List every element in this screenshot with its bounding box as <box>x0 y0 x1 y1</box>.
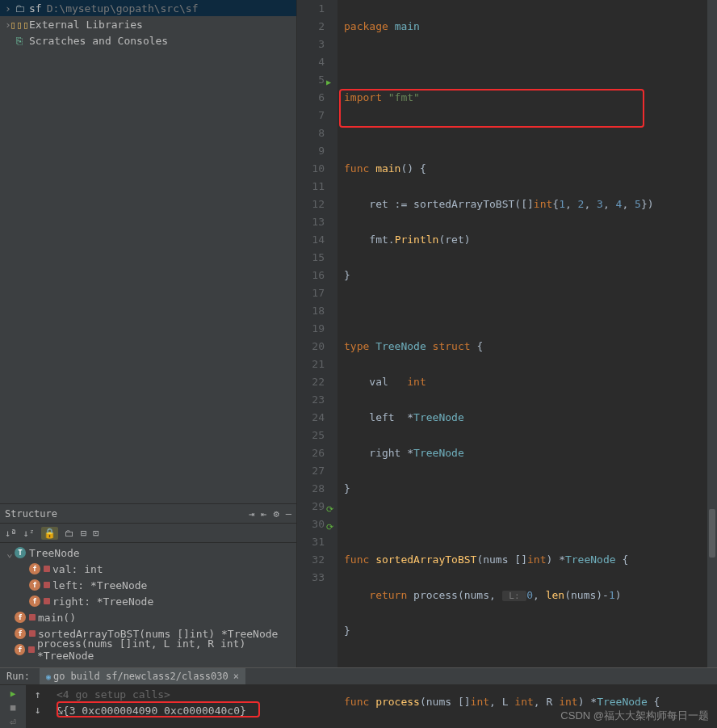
output-line: <4 go setup calls> <box>57 687 711 703</box>
run-toolbar-left: ▶ ■ ⏎ <box>0 685 26 728</box>
line-number: 22 <box>297 373 325 391</box>
line-number: 13 <box>297 213 325 231</box>
line-number: 27 <box>297 462 325 480</box>
structure-body: ⌄ T TreeNode f val: int f left: *TreeNod… <box>0 543 296 667</box>
lock-icon <box>29 614 36 621</box>
line-number: 24 <box>297 409 325 427</box>
line-number: 14 <box>297 231 325 249</box>
line-number: 33 <box>297 569 325 587</box>
sort-icon[interactable]: ↓ª <box>5 528 16 539</box>
line-number: 1 <box>297 0 325 18</box>
line-number: 28 <box>297 480 325 498</box>
run-label: Run: <box>0 671 36 682</box>
scratches-label: Scratches and Consoles <box>29 35 168 47</box>
line-number: 31 <box>297 533 325 551</box>
lock-icon <box>44 566 50 572</box>
lock-icon <box>44 582 50 588</box>
structure-item-treenode[interactable]: ⌄ T TreeNode <box>0 545 296 561</box>
line-number: 19 <box>297 320 325 338</box>
editor[interactable]: ▶ ⟳ ⟳ 1234567891011121314151617181920212… <box>297 0 717 667</box>
line-number: 3 <box>297 36 325 53</box>
left-panel: › 🗀 sf D:\mysetup\gopath\src\sf › ▯▯▯ Ex… <box>0 0 297 667</box>
structure-item-main[interactable]: f main() <box>0 609 296 625</box>
external-libraries-label: External Libraries <box>29 19 143 31</box>
structure-header: Structure ⇥ ⇤ ⚙ — <box>0 504 296 524</box>
line-number: 30 <box>297 515 325 533</box>
reload-icon[interactable]: ⟳ <box>326 519 333 537</box>
run-marker-icon[interactable]: ▶ <box>326 74 331 91</box>
collapse-icon[interactable]: ⊡ <box>93 528 99 539</box>
line-number: 12 <box>297 196 325 213</box>
gutter: ▶ ⟳ ⟳ 1234567891011121314151617181920212… <box>297 0 338 667</box>
scratches-row[interactable]: ⎘ Scratches and Consoles <box>0 32 296 48</box>
expand-icon[interactable]: ⊟ <box>81 528 86 539</box>
play-icon[interactable]: ▶ <box>10 688 16 699</box>
folder-icon[interactable]: 🗀 <box>65 528 74 539</box>
reload-icon[interactable]: ⟳ <box>326 501 333 519</box>
line-number: 17 <box>297 284 325 302</box>
line-number: 20 <box>297 338 325 356</box>
field-badge-icon: f <box>29 563 40 574</box>
line-number: 26 <box>297 444 325 462</box>
structure-tool-icon[interactable]: ⇤ <box>261 508 266 520</box>
line-number: 16 <box>297 267 325 284</box>
line-number: 8 <box>297 124 325 142</box>
run-tab-name: go build sf/newclass2/class030 <box>53 671 229 682</box>
line-number: 23 <box>297 391 325 409</box>
up-icon[interactable]: ↑ <box>35 688 41 701</box>
run-tab[interactable]: ◉ go build sf/newclass2/class030 × <box>40 668 245 684</box>
line-number: 10 <box>297 160 325 178</box>
highlight-box <box>339 89 644 128</box>
structure-tool-icon[interactable]: ⇥ <box>249 508 254 520</box>
line-number: 32 <box>297 551 325 569</box>
structure-item-process[interactable]: f process(nums []int, L int, R int) *Tre… <box>0 642 296 658</box>
line-number: 5 <box>297 71 325 89</box>
project-root-name: sf <box>29 2 42 15</box>
scrollbar[interactable] <box>707 0 717 667</box>
code-area[interactable]: package main import "fmt" func main() { … <box>338 0 717 667</box>
line-number: 29 <box>297 498 325 515</box>
chevron-right-icon[interactable]: › <box>3 2 13 15</box>
func-badge-icon: f <box>15 628 26 639</box>
line-number: 21 <box>297 356 325 373</box>
line-number: 4 <box>297 53 325 71</box>
highlight-box <box>57 701 260 717</box>
line-number: 18 <box>297 302 325 320</box>
scratches-icon: ⎘ <box>13 34 26 47</box>
field-badge-icon: f <box>29 579 40 591</box>
structure-title: Structure <box>5 508 57 520</box>
lock-icon <box>28 646 35 653</box>
minimize-icon[interactable]: — <box>286 508 291 520</box>
structure-item-left[interactable]: f left: *TreeNode <box>0 577 296 593</box>
stop-icon[interactable]: ■ <box>10 702 16 713</box>
close-icon[interactable]: × <box>233 671 239 682</box>
soft-wrap-icon[interactable]: ⏎ <box>10 716 16 728</box>
line-number: 25 <box>297 427 325 444</box>
watermark: CSDN @福大大架构师每日一题 <box>560 709 709 723</box>
chevron-down-icon[interactable]: ⌄ <box>5 547 15 559</box>
field-badge-icon: f <box>29 595 40 607</box>
line-number: 11 <box>297 178 325 196</box>
gear-icon[interactable]: ⚙ <box>274 508 279 520</box>
line-number: 9 <box>297 142 325 160</box>
func-badge-icon: f <box>15 644 25 655</box>
structure-item-val[interactable]: f val: int <box>0 561 296 577</box>
func-badge-icon: f <box>15 612 26 623</box>
project-root-path: D:\mysetup\gopath\src\sf <box>47 2 199 15</box>
lock-icon <box>29 630 36 637</box>
down-icon[interactable]: ↓ <box>35 704 41 716</box>
line-number: 15 <box>297 249 325 267</box>
type-badge-icon: T <box>15 547 26 558</box>
structure-panel: Structure ⇥ ⇤ ⚙ — ↓ª ↓ᶻ 🔒 🗀 ⊟ ⊡ <box>0 504 296 667</box>
go-icon: ◉ <box>46 672 51 681</box>
external-libraries-row[interactable]: › ▯▯▯ External Libraries <box>0 16 296 32</box>
project-root-row[interactable]: › 🗀 sf D:\mysetup\gopath\src\sf <box>0 0 296 16</box>
line-number: 6 <box>297 89 325 107</box>
folder-icon: 🗀 <box>13 2 26 15</box>
lock-icon[interactable]: 🔒 <box>41 527 58 540</box>
sort-icon[interactable]: ↓ᶻ <box>23 528 34 539</box>
lock-icon <box>44 598 50 604</box>
line-number: 7 <box>297 107 325 124</box>
structure-item-right[interactable]: f right: *TreeNode <box>0 593 296 609</box>
line-number: 2 <box>297 18 325 36</box>
